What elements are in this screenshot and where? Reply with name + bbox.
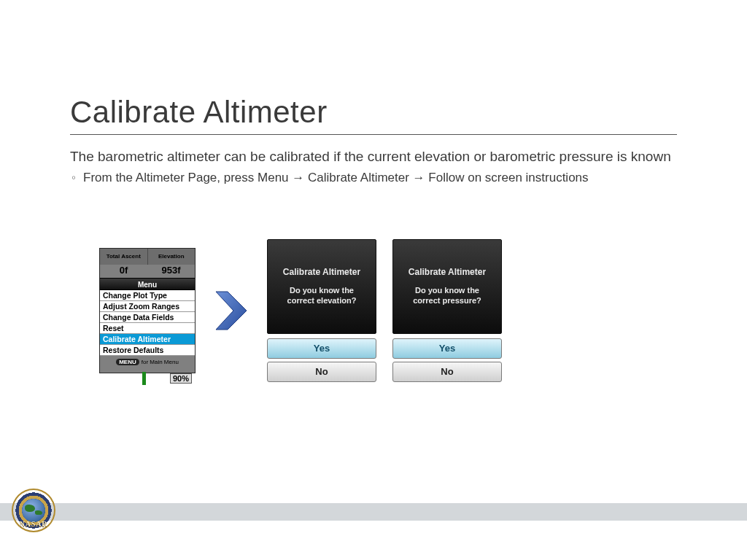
slide-lead: The barometric altimeter can be calibrat… (70, 148, 677, 166)
nasar-logo: NASAR (12, 489, 55, 532)
menu-item[interactable]: Change Data Fields (100, 312, 195, 323)
device-dialog-pressure: Calibrate Altimeter Do you know the corr… (392, 239, 502, 382)
menu-item[interactable]: Change Plot Type (100, 290, 195, 301)
field-value-ascent: 0f (100, 265, 147, 278)
field-label-elevation: Elevation (158, 253, 185, 260)
yes-button[interactable]: Yes (267, 338, 376, 359)
menu-item[interactable]: Restore Defaults (100, 345, 195, 356)
menu-header: Menu (100, 278, 195, 290)
field-label-ascent: Total Ascent (107, 253, 141, 260)
menu-list: Change Plot Type Adjust Zoom Ranges Chan… (100, 290, 195, 356)
no-button[interactable]: No (392, 362, 502, 382)
dialog-prompt: Do you know the correct pressure? (413, 286, 481, 306)
menu-key-pill: MENU (116, 359, 139, 365)
battery-level: 90% (170, 373, 192, 384)
dialog-prompt: Do you know the correct elevation? (287, 286, 357, 306)
dialog-title: Calibrate Altimeter (283, 267, 360, 277)
menu-item[interactable]: Reset (100, 323, 195, 334)
menu-item-selected[interactable]: Calibrate Altimeter (100, 334, 195, 345)
plot-bar (142, 372, 146, 385)
yes-button[interactable]: Yes (392, 338, 502, 359)
logo-text: NASAR (12, 520, 55, 528)
menu-footer-text: for Main Menu (142, 359, 179, 365)
field-value-elevation: 953f (147, 265, 195, 278)
dialog-title: Calibrate Altimeter (409, 267, 486, 277)
arrow-icon (212, 287, 251, 334)
screenshot-row: Total Ascent Elevation 0f 953f Menu Chan… (70, 239, 677, 382)
slide-title: Calibrate Altimeter (70, 95, 677, 135)
no-button[interactable]: No (267, 362, 376, 382)
footer-band (0, 503, 747, 521)
device-dialog-elevation: Calibrate Altimeter Do you know the corr… (267, 239, 376, 382)
slide-substep: From the Altimeter Page, press Menu → Ca… (70, 171, 677, 185)
device-menu: Total Ascent Elevation 0f 953f Menu Chan… (99, 248, 196, 373)
menu-item[interactable]: Adjust Zoom Ranges (100, 301, 195, 312)
